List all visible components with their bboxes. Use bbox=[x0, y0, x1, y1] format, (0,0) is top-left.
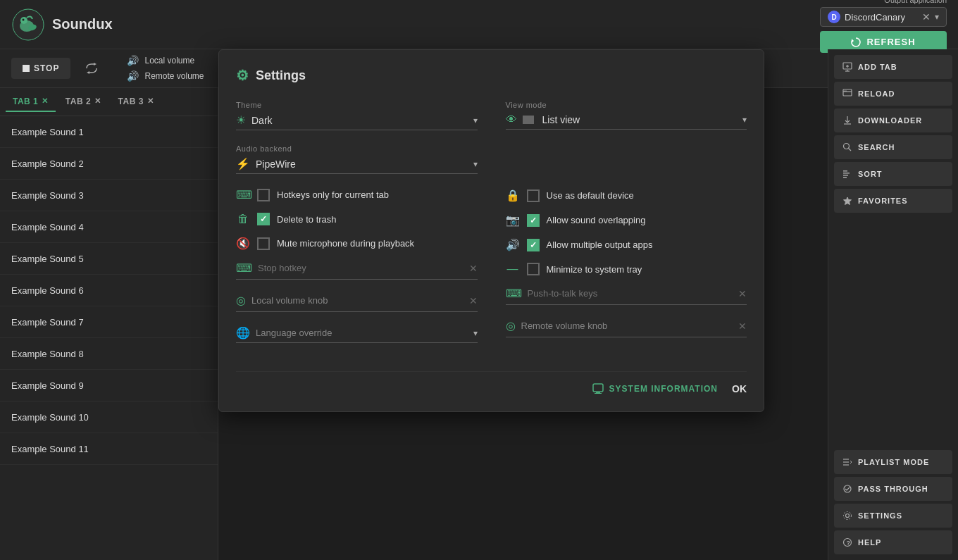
stop-hotkey-clear[interactable]: ✕ bbox=[469, 263, 478, 274]
sound-item-4[interactable]: Example Sound 4 ♡ ⌨ bbox=[0, 211, 218, 243]
default-device-checkbox[interactable] bbox=[527, 189, 540, 202]
remote-knob-icon: ◎ bbox=[506, 319, 516, 332]
header-right: Output application D DiscordCanary ✕ ▾ R… bbox=[820, 0, 947, 53]
help-button[interactable]: ? HELP bbox=[834, 530, 952, 554]
stop-button[interactable]: STOP bbox=[11, 58, 70, 79]
local-knob-clear[interactable]: ✕ bbox=[469, 295, 478, 306]
language-dropdown-arrow[interactable]: ▾ bbox=[473, 328, 478, 338]
tab-3-close[interactable]: ✕ bbox=[147, 97, 154, 106]
help-label: HELP bbox=[858, 538, 881, 547]
default-device-row: 🔒 Use as default device bbox=[506, 189, 747, 202]
sound-item-2[interactable]: Example Sound 2 ♡ ⌨ bbox=[0, 148, 218, 180]
minimize-tray-checkbox[interactable] bbox=[527, 263, 540, 275]
tab-2-close[interactable]: ✕ bbox=[94, 97, 101, 106]
favorite-icon-4[interactable]: ♡ bbox=[178, 221, 187, 232]
delete-to-trash-row: 🗑 ✓ Delete to trash bbox=[236, 213, 478, 225]
pass-through-icon bbox=[842, 484, 852, 494]
hotkey-icon-1[interactable]: ⌨ bbox=[192, 126, 206, 137]
favorite-icon-11[interactable]: ♡ bbox=[178, 443, 187, 454]
local-volume-label: Local volume bbox=[144, 56, 194, 66]
audio-backend-dropdown-arrow[interactable]: ▾ bbox=[473, 159, 478, 169]
hotkey-icon-7[interactable]: ⌨ bbox=[192, 316, 206, 328]
hotkey-icon-4[interactable]: ⌨ bbox=[192, 221, 206, 232]
sound-item-9[interactable]: Example Sound 9 ♡ ⌨ bbox=[0, 370, 218, 402]
favorite-icon-2[interactable]: ♡ bbox=[178, 158, 187, 169]
sound-item-10[interactable]: Example Sound 10 ♡ ⌨ bbox=[0, 402, 218, 433]
tab-1[interactable]: TAB 1 ✕ bbox=[6, 92, 56, 112]
reload-label: RELOAD bbox=[858, 89, 895, 98]
hotkey-icon-6[interactable]: ⌨ bbox=[192, 285, 206, 296]
hotkey-icon-11[interactable]: ⌨ bbox=[192, 443, 206, 454]
favorite-icon-1[interactable]: ♡ bbox=[178, 126, 187, 137]
multiple-output-checkbox[interactable]: ✓ bbox=[527, 239, 540, 251]
tab-2[interactable]: TAB 2 ✕ bbox=[58, 92, 108, 112]
push-to-talk-input[interactable] bbox=[528, 288, 733, 299]
sound-item-3[interactable]: Example Sound 3 ♡ ⌨ bbox=[0, 180, 218, 211]
audio-backend-icon: ⚡ bbox=[236, 157, 250, 170]
search-icon bbox=[842, 142, 852, 152]
hotkey-icon-10[interactable]: ⌨ bbox=[192, 411, 206, 423]
hotkeys-only-checkbox[interactable] bbox=[257, 189, 270, 201]
favorite-icon-3[interactable]: ♡ bbox=[178, 189, 187, 201]
remote-knob-clear[interactable]: ✕ bbox=[738, 321, 747, 332]
sound-name-11: Example Sound 11 bbox=[11, 444, 89, 454]
hotkey-icon-9[interactable]: ⌨ bbox=[192, 380, 206, 391]
tab-3[interactable]: TAB 3 ✕ bbox=[111, 92, 161, 112]
hotkey-icon-3[interactable]: ⌨ bbox=[192, 189, 206, 201]
hotkey-icon-8[interactable]: ⌨ bbox=[192, 348, 206, 359]
add-tab-button[interactable]: ADD TAB bbox=[834, 55, 952, 79]
pass-through-button[interactable]: PASS THROUGH bbox=[834, 477, 952, 501]
tab-1-close[interactable]: ✕ bbox=[42, 97, 49, 106]
view-mode-icon: 👁 bbox=[506, 113, 517, 126]
favorite-icon-10[interactable]: ♡ bbox=[178, 411, 187, 423]
ok-button[interactable]: OK bbox=[732, 383, 747, 394]
remote-volume-label: Remote volume bbox=[144, 71, 204, 81]
downloader-button[interactable]: DOWNLOADER bbox=[834, 108, 952, 132]
sound-item-5[interactable]: Example Sound 5 ♡ ⌨ bbox=[0, 243, 218, 275]
stop-hotkey-input[interactable] bbox=[258, 263, 464, 273]
hotkeys-only-icon: ⌨ bbox=[236, 188, 250, 201]
playlist-mode-button[interactable]: PLAYLIST MODE bbox=[834, 450, 952, 474]
sound-item-1[interactable]: Example Sound 1 ♡ ⌨ bbox=[0, 116, 218, 148]
settings-button[interactable]: SETTINGS bbox=[834, 504, 952, 528]
favorite-icon-6[interactable]: ♡ bbox=[178, 285, 187, 296]
svg-point-22 bbox=[844, 144, 850, 149]
refresh-icon bbox=[851, 37, 861, 47]
volume-controls: 🔊 Local volume 🔊 Remote volume bbox=[127, 55, 204, 82]
favorite-icon-9[interactable]: ♡ bbox=[178, 380, 187, 391]
output-chevron-icon[interactable]: ▾ bbox=[935, 12, 939, 22]
svg-marker-6 bbox=[94, 63, 97, 66]
favorite-icon-7[interactable]: ♡ bbox=[178, 316, 187, 328]
svg-rect-10 bbox=[595, 393, 602, 394]
sound-list: Example Sound 1 ♡ ⌨ Example Sound 2 ♡ ⌨ … bbox=[0, 116, 218, 560]
sound-item-7[interactable]: Example Sound 7 ♡ ⌨ bbox=[0, 306, 218, 338]
sound-item-11[interactable]: Example Sound 11 ♡ ⌨ bbox=[0, 433, 218, 465]
sound-item-8[interactable]: Example Sound 8 ♡ ⌨ bbox=[0, 338, 218, 370]
output-close-icon[interactable]: ✕ bbox=[922, 11, 931, 23]
theme-icon: ☀ bbox=[236, 113, 246, 127]
sidebar-spacer bbox=[834, 216, 952, 447]
sound-item-6[interactable]: Example Sound 6 ♡ ⌨ bbox=[0, 275, 218, 306]
sort-button[interactable]: SORT bbox=[834, 162, 952, 186]
pass-through-label: PASS THROUGH bbox=[858, 485, 928, 493]
favorite-icon-5[interactable]: ♡ bbox=[178, 253, 187, 264]
delete-to-trash-checkbox[interactable]: ✓ bbox=[257, 213, 270, 225]
mute-mic-checkbox[interactable] bbox=[257, 237, 270, 250]
search-button[interactable]: SEARCH bbox=[834, 135, 952, 159]
system-info-button[interactable]: SYSTEM INFORMATION bbox=[592, 383, 718, 394]
default-device-label: Use as default device bbox=[547, 190, 634, 201]
default-device-icon: 🔒 bbox=[506, 189, 520, 202]
hotkey-icon-5[interactable]: ⌨ bbox=[192, 253, 206, 264]
push-to-talk-clear[interactable]: ✕ bbox=[738, 288, 747, 299]
favorites-button[interactable]: FAVORITES bbox=[834, 189, 952, 213]
push-to-talk-row: ⌨ ✕ bbox=[506, 287, 747, 305]
theme-dropdown-arrow[interactable]: ▾ bbox=[473, 116, 478, 125]
favorite-icon-8[interactable]: ♡ bbox=[178, 348, 187, 359]
hotkey-icon-2[interactable]: ⌨ bbox=[192, 158, 206, 169]
reload-button[interactable]: RELOAD bbox=[834, 82, 952, 106]
view-mode-value: List view bbox=[542, 114, 738, 125]
view-mode-dropdown-arrow[interactable]: ▾ bbox=[742, 115, 747, 125]
loop-icon bbox=[85, 61, 99, 75]
add-tab-icon bbox=[842, 62, 852, 72]
sound-overlapping-checkbox[interactable]: ✓ bbox=[527, 214, 540, 227]
